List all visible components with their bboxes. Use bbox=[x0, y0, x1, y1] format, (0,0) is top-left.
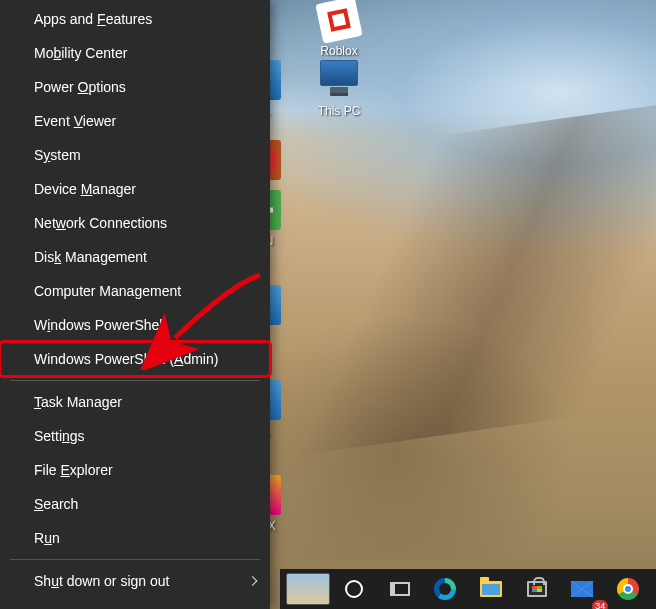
menu-item-label: Task Manager bbox=[34, 394, 122, 410]
menu-separator bbox=[10, 380, 260, 381]
chrome-button[interactable] bbox=[606, 569, 650, 609]
taskbar[interactable]: 34 bbox=[280, 569, 656, 609]
menu-item-label: Device Manager bbox=[34, 181, 136, 197]
ms-store-button[interactable] bbox=[515, 569, 559, 609]
file-explorer-button[interactable] bbox=[469, 569, 513, 609]
taskbar-thumbnail[interactable] bbox=[286, 569, 330, 609]
menu-item-search[interactable]: Search bbox=[0, 487, 270, 521]
menu-item-system[interactable]: System bbox=[0, 138, 270, 172]
menu-item-label: Network Connections bbox=[34, 215, 167, 231]
menu-item-event-viewer[interactable]: Event Viewer bbox=[0, 104, 270, 138]
menu-item-device-manager[interactable]: Device Manager bbox=[0, 172, 270, 206]
menu-item-label: File Explorer bbox=[34, 462, 113, 478]
task-view-icon bbox=[390, 582, 410, 596]
menu-item-label: Event Viewer bbox=[34, 113, 116, 129]
menu-item-task-manager[interactable]: Task Manager bbox=[0, 385, 270, 419]
menu-separator bbox=[10, 559, 260, 560]
menu-item-label: Search bbox=[34, 496, 78, 512]
menu-item-windows-powershell[interactable]: Windows PowerShell bbox=[0, 308, 270, 342]
menu-item-computer-management[interactable]: Computer Management bbox=[0, 274, 270, 308]
menu-item-label: System bbox=[34, 147, 81, 163]
menu-item-power-options[interactable]: Power Options bbox=[0, 70, 270, 104]
mail-button[interactable]: 34 bbox=[561, 569, 605, 609]
menu-item-apps-features[interactable]: Apps and Features bbox=[0, 2, 270, 36]
menu-item-label: Computer Management bbox=[34, 283, 181, 299]
menu-item-label: Settings bbox=[34, 428, 85, 444]
desktop-icon-label: Roblox bbox=[300, 44, 378, 58]
menu-item-desktop[interactable]: Desktop bbox=[0, 598, 270, 609]
menu-item-settings[interactable]: Settings bbox=[0, 419, 270, 453]
thispc-icon bbox=[316, 60, 362, 102]
roblox-icon bbox=[316, 0, 362, 42]
menu-item-label: Shut down or sign out bbox=[34, 573, 169, 589]
menu-item-label: Mobility Center bbox=[34, 45, 127, 61]
menu-item-label: Disk Management bbox=[34, 249, 147, 265]
desktop-icon-label: This PC bbox=[300, 104, 378, 118]
menu-item-windows-powershell-admin[interactable]: Windows PowerShell (Admin) bbox=[0, 342, 270, 376]
menu-item-label: Apps and Features bbox=[34, 11, 152, 27]
menu-item-shutdown-signout[interactable]: Shut down or sign out bbox=[0, 564, 270, 598]
cortana-button[interactable] bbox=[332, 569, 376, 609]
mail-icon bbox=[571, 581, 593, 597]
menu-item-disk-management[interactable]: Disk Management bbox=[0, 240, 270, 274]
cortana-icon bbox=[345, 580, 363, 598]
menu-item-label: Power Options bbox=[34, 79, 126, 95]
folder-icon bbox=[480, 581, 502, 597]
menu-item-label: Windows PowerShell bbox=[34, 317, 166, 333]
edge-icon bbox=[434, 578, 456, 600]
menu-item-mobility-center[interactable]: Mobility Center bbox=[0, 36, 270, 70]
menu-item-network-connections[interactable]: Network Connections bbox=[0, 206, 270, 240]
edge-button[interactable] bbox=[423, 569, 467, 609]
menu-item-file-explorer[interactable]: File Explorer bbox=[0, 453, 270, 487]
menu-item-label: Windows PowerShell (Admin) bbox=[34, 351, 218, 367]
store-icon bbox=[527, 581, 547, 597]
mail-badge: 34 bbox=[592, 600, 608, 609]
desktop-icon-thispc[interactable]: This PC bbox=[300, 58, 378, 118]
chrome-icon bbox=[617, 578, 639, 600]
menu-item-run[interactable]: Run bbox=[0, 521, 270, 555]
menu-item-label: Run bbox=[34, 530, 60, 546]
winx-quicklink-menu[interactable]: Apps and FeaturesMobility CenterPower Op… bbox=[0, 0, 270, 609]
task-view-button[interactable] bbox=[378, 569, 422, 609]
